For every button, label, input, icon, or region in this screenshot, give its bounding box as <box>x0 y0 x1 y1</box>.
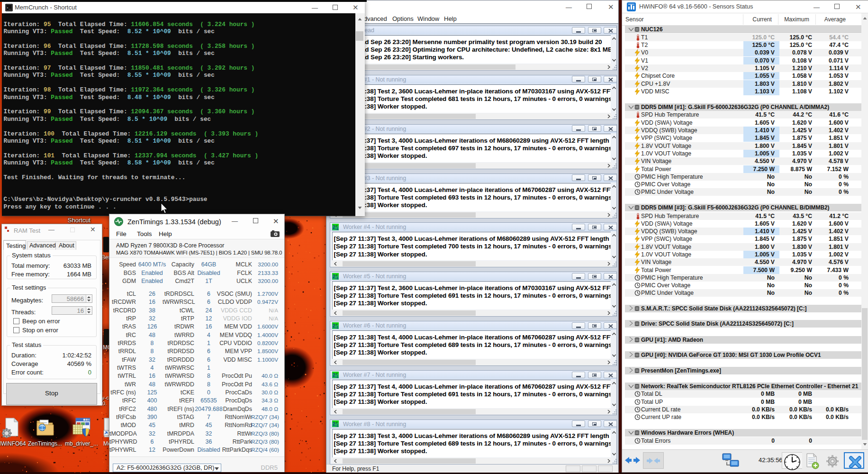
svg-text:-1: -1 <box>335 374 338 378</box>
svg-text:›_: ›_ <box>7 6 11 10</box>
svg-text:-1: -1 <box>335 424 338 427</box>
svg-text:-1: -1 <box>335 227 338 230</box>
svg-text:-1: -1 <box>335 276 338 279</box>
svg-text:-1: -1 <box>335 325 338 328</box>
